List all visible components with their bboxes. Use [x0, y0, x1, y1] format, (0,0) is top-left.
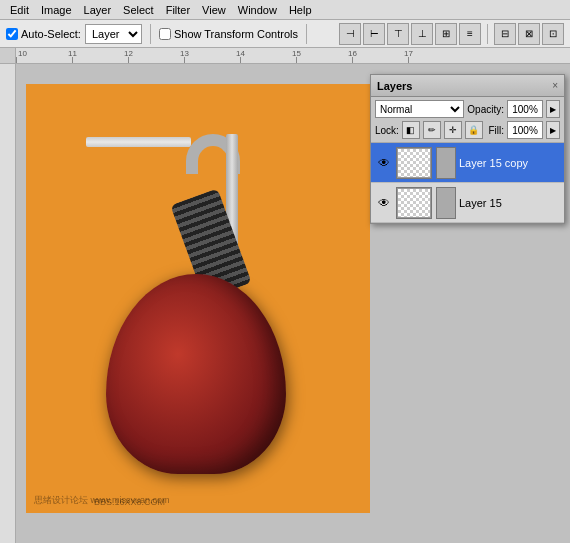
- dist-h-btn[interactable]: ⊟: [494, 23, 516, 45]
- menu-help[interactable]: Help: [283, 2, 318, 18]
- layers-row1: Normal Multiply Screen Overlay Opacity: …: [375, 100, 560, 118]
- ruler-row: 10 11 12 13 14 15 16 17: [0, 48, 570, 64]
- menu-filter[interactable]: Filter: [160, 2, 196, 18]
- lock-transparent-btn[interactable]: ◧: [402, 121, 420, 139]
- autoselect-label[interactable]: Auto-Select:: [6, 28, 81, 40]
- layer-eye-copy[interactable]: 👁: [375, 154, 393, 172]
- menu-layer[interactable]: Layer: [78, 2, 118, 18]
- transform-label[interactable]: Show Transform Controls: [159, 28, 298, 40]
- main-area: 10 11 12 13 14 15 16 17: [0, 48, 570, 543]
- transform-checkbox[interactable]: [159, 28, 171, 40]
- menu-image[interactable]: Image: [35, 2, 78, 18]
- fill-input[interactable]: [507, 121, 543, 139]
- transform-text: Show Transform Controls: [174, 28, 298, 40]
- layers-close-btn[interactable]: ×: [552, 80, 558, 91]
- layer-item-copy[interactable]: 👁 Layer 15 copy: [371, 143, 564, 183]
- ruler-vertical: [0, 64, 16, 543]
- heart-body: [106, 274, 286, 474]
- toolbar-icons: ⊣ ⊢ ⊤ ⊥ ⊞ ≡ ⊟ ⊠ ⊡: [339, 23, 564, 45]
- lock-move-btn[interactable]: ✛: [444, 121, 462, 139]
- layer-name-copy: Layer 15 copy: [459, 157, 560, 169]
- layer-eye-15[interactable]: 👁: [375, 194, 393, 212]
- fill-arrow-btn[interactable]: ▶: [546, 121, 560, 139]
- toolbar-divider-2: [306, 24, 307, 44]
- layer-name-15: Layer 15: [459, 197, 560, 209]
- toolbar-divider-1: [150, 24, 151, 44]
- align-right-btn[interactable]: ⊤: [387, 23, 409, 45]
- canvas-container[interactable]: 思绪设计论坛 www.missvuan.com BBS.16XX8.COM La…: [16, 64, 570, 543]
- menu-select[interactable]: Select: [117, 2, 160, 18]
- heart-scene: [86, 134, 336, 474]
- canvas-background: 思绪设计论坛 www.missvuan.com BBS.16XX8.COM: [26, 84, 370, 513]
- toolbar: Auto-Select: Layer Group Show Transform …: [0, 20, 570, 48]
- align-top-btn[interactable]: ⊥: [411, 23, 433, 45]
- ruler-horizontal: 10 11 12 13 14 15 16 17: [16, 48, 570, 64]
- layers-row2: Lock: ◧ ✏ ✛ 🔒 Fill: ▶: [375, 121, 560, 139]
- ruler-corner: [0, 48, 16, 64]
- autoselect-text: Auto-Select:: [21, 28, 81, 40]
- layer-thumb-copy: [396, 147, 432, 179]
- toolbar-divider-3: [487, 24, 488, 44]
- layers-list: 👁 Layer 15 copy 👁 Lay: [371, 143, 564, 223]
- lock-label: Lock:: [375, 125, 399, 136]
- menu-view[interactable]: View: [196, 2, 232, 18]
- layer-thumb-inner-15: [398, 189, 430, 217]
- dist-center-btn[interactable]: ⊡: [542, 23, 564, 45]
- fill-label: Fill:: [488, 125, 504, 136]
- menu-bar: Edit Image Layer Select Filter View Wind…: [0, 0, 570, 20]
- watermark-right: BBS.16XX8.COM: [94, 497, 165, 507]
- layers-title: Layers: [377, 80, 552, 92]
- align-center-h-btn[interactable]: ⊢: [363, 23, 385, 45]
- align-center-v-btn[interactable]: ⊞: [435, 23, 457, 45]
- opacity-input[interactable]: [507, 100, 543, 118]
- layer-item-15[interactable]: 👁 Layer 15: [371, 183, 564, 223]
- layer-thumb-15: [396, 187, 432, 219]
- align-bottom-btn[interactable]: ≡: [459, 23, 481, 45]
- layer-mask-thumb-15: [436, 187, 456, 219]
- dist-v-btn[interactable]: ⊠: [518, 23, 540, 45]
- align-left-btn[interactable]: ⊣: [339, 23, 361, 45]
- layer-thumb-inner-copy: [398, 149, 430, 177]
- opacity-arrow-btn[interactable]: ▶: [546, 100, 560, 118]
- lock-brush-btn[interactable]: ✏: [423, 121, 441, 139]
- autoselect-select[interactable]: Layer Group: [85, 24, 142, 44]
- autoselect-checkbox[interactable]: [6, 28, 18, 40]
- layers-controls: Normal Multiply Screen Overlay Opacity: …: [371, 97, 564, 143]
- menu-edit[interactable]: Edit: [4, 2, 35, 18]
- opacity-label: Opacity:: [467, 104, 504, 115]
- blend-mode-select[interactable]: Normal Multiply Screen Overlay: [375, 100, 464, 118]
- lock-all-btn[interactable]: 🔒: [465, 121, 483, 139]
- layers-panel: Layers × Normal Multiply Screen Overlay …: [370, 74, 565, 224]
- layer-mask-thumb-copy: [436, 147, 456, 179]
- canvas-row: 思绪设计论坛 www.missvuan.com BBS.16XX8.COM La…: [0, 64, 570, 543]
- menu-window[interactable]: Window: [232, 2, 283, 18]
- layers-titlebar: Layers ×: [371, 75, 564, 97]
- pipe-horizontal: [86, 137, 191, 147]
